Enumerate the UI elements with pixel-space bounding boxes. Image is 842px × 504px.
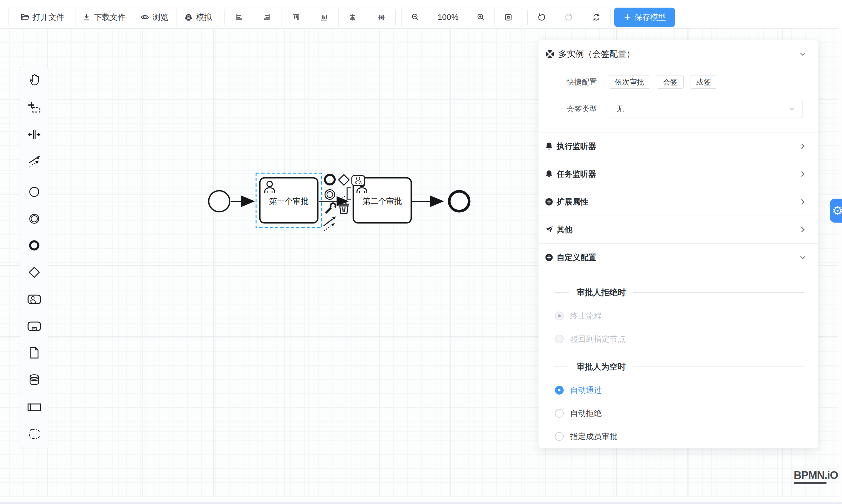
fit-viewport-button[interactable]: [495, 8, 522, 26]
save-model-button[interactable]: 保存模型: [614, 7, 675, 27]
zoom-in-icon: [476, 13, 486, 22]
radio-label: 自动拒绝: [570, 408, 602, 419]
zoom-out-button[interactable]: [402, 8, 429, 26]
space-tool[interactable]: [27, 127, 42, 142]
zoom-in-button[interactable]: [467, 8, 495, 26]
create-participant-pool[interactable]: [27, 400, 42, 415]
sign-type-select[interactable]: 无: [609, 100, 803, 118]
align-top-button[interactable]: [282, 8, 310, 26]
folder-open-icon: [20, 13, 30, 22]
radio-icon: [555, 409, 564, 418]
radio-auto-reject[interactable]: 自动拒绝: [539, 402, 818, 425]
align-center-horizontal-button[interactable]: [339, 8, 367, 26]
section-custom-config[interactable]: 自定义配置: [539, 244, 818, 271]
sign-type-label: 会签类型: [544, 104, 597, 114]
bpmn-io-logo[interactable]: BPMN.iO: [794, 469, 838, 484]
intermediate-event-icon: [27, 212, 41, 226]
radio-terminate-process[interactable]: 终止流程: [539, 304, 818, 327]
download-file-button[interactable]: 下载文件: [76, 8, 132, 26]
append-intermediate-event-icon[interactable]: [325, 190, 335, 199]
chevron-down-icon[interactable]: [799, 50, 807, 58]
radio-auto-pass[interactable]: 自动通过: [539, 379, 818, 402]
zoom-tool-group: 100%: [401, 7, 522, 27]
zoom-out-icon: [410, 13, 420, 22]
reject-group-title: 审批人拒绝时: [539, 284, 818, 301]
fit-viewport-icon: [504, 13, 513, 22]
align-middle-vertical-button[interactable]: [367, 8, 396, 26]
section-label: 扩展属性: [557, 197, 588, 207]
user-task-1[interactable]: 第一个审批: [260, 178, 318, 223]
create-subprocess[interactable]: [27, 319, 42, 334]
create-user-task[interactable]: [27, 292, 42, 307]
connect-tool-icon[interactable]: [324, 216, 336, 231]
or-sign-button[interactable]: 或签: [690, 75, 717, 89]
align-right-icon: [263, 13, 272, 22]
delete-trash-icon[interactable]: [339, 203, 349, 214]
hand-tool[interactable]: [27, 72, 42, 87]
create-end-event[interactable]: [27, 238, 42, 253]
bpmn-editor-app: 第一个审批 第二个审批: [0, 0, 842, 504]
download-file-label: 下载文件: [94, 12, 126, 22]
section-execution-listener[interactable]: 执行监听器: [539, 132, 818, 160]
section-task-listener[interactable]: 任务监听器: [539, 160, 818, 188]
hand-tool-icon: [28, 73, 41, 86]
data-object-icon: [27, 346, 41, 360]
create-data-store[interactable]: [27, 372, 42, 387]
quick-config-area: 快捷配置 依次审批 会签 或签 会签类型 无: [539, 68, 818, 132]
end-event[interactable]: [449, 191, 469, 211]
chevron-right-icon: [799, 170, 807, 178]
change-element-wrench-icon[interactable]: [326, 202, 337, 213]
sequential-approval-button[interactable]: 依次审批: [609, 75, 650, 89]
divider: [633, 292, 804, 293]
refresh-button[interactable]: [583, 8, 610, 26]
append-end-event-icon[interactable]: [325, 175, 335, 184]
eye-icon: [140, 13, 150, 22]
chevron-right-icon: [799, 142, 807, 150]
create-intermediate-event[interactable]: [27, 211, 42, 227]
sign-type-value: 无: [616, 104, 624, 114]
radio-icon: [555, 335, 564, 343]
divider: [633, 366, 804, 367]
radio-label: 自动通过: [570, 385, 602, 395]
section-other[interactable]: 其他: [539, 216, 818, 244]
lasso-tool[interactable]: [27, 100, 42, 115]
undo-button[interactable]: [528, 8, 555, 26]
element-palette: [20, 67, 48, 448]
preview-button[interactable]: 浏览: [132, 8, 177, 26]
refresh-icon: [592, 13, 601, 22]
countersign-button[interactable]: 会签: [657, 75, 684, 89]
section-label: 执行监听器: [557, 141, 596, 151]
radio-return-to-node[interactable]: 驳回到指定节点: [539, 327, 818, 350]
append-text-annotation-icon[interactable]: [337, 188, 351, 201]
create-start-event[interactable]: [27, 184, 42, 199]
chevron-down-icon: [799, 253, 807, 262]
radio-icon: [555, 386, 564, 395]
settings-side-tab[interactable]: ⚙: [830, 199, 842, 222]
align-left-icon: [234, 13, 244, 22]
connection-tool[interactable]: [27, 154, 42, 169]
send-icon: [544, 225, 554, 234]
align-right-button[interactable]: [253, 8, 282, 26]
align-bottom-button[interactable]: [310, 8, 339, 26]
section-extended-properties[interactable]: 扩展属性: [539, 188, 818, 216]
append-gateway-icon[interactable]: [339, 175, 349, 185]
create-group[interactable]: [27, 427, 42, 442]
simulate-button[interactable]: 模拟: [177, 8, 219, 26]
multi-instance-header[interactable]: 多实例（会签配置）: [539, 40, 818, 68]
zoom-level-indicator[interactable]: 100%: [429, 8, 467, 26]
quick-config-label: 快捷配置: [544, 77, 597, 87]
create-gateway[interactable]: [27, 265, 42, 280]
align-left-button[interactable]: [225, 8, 253, 26]
save-model-label: 保存模型: [634, 12, 666, 22]
panel-title: 多实例（会签配置）: [558, 48, 635, 60]
radio-label: 指定成员审批: [570, 431, 617, 442]
create-data-object[interactable]: [27, 345, 42, 360]
open-file-button[interactable]: 打开文件: [9, 8, 76, 26]
start-event[interactable]: [209, 191, 230, 212]
radio-assign-member[interactable]: 指定成员审批: [539, 425, 818, 448]
sign-type-row: 会签类型 无: [539, 100, 818, 118]
append-user-task-icon[interactable]: [352, 176, 365, 185]
redo-button[interactable]: [555, 8, 583, 26]
download-icon: [82, 13, 91, 22]
end-event-icon: [27, 238, 41, 252]
